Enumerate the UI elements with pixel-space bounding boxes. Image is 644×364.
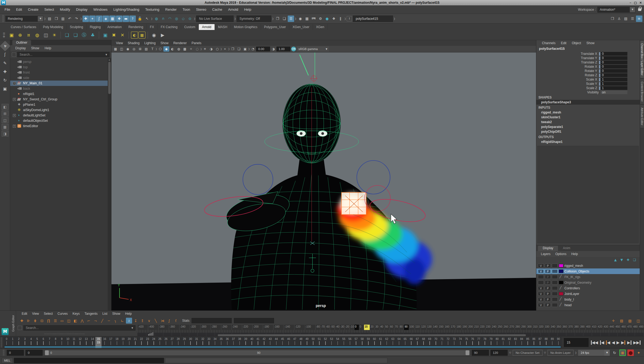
graph-menu-keys[interactable]: Keys — [70, 312, 82, 316]
output-node-nRigidShape1[interactable]: nRigidShape1 — [536, 139, 640, 144]
side-tab-channel-box-layer-editor[interactable]: Channel Box / Layer Editor — [640, 41, 644, 78]
arnold-export-standin-icon[interactable]: ❏ — [72, 31, 80, 39]
arnold-render-view-icon[interactable]: ▣ — [101, 31, 109, 39]
graph-menu-edit[interactable]: Edit — [19, 312, 30, 316]
outliner-item-persp[interactable]: persp — [10, 59, 111, 65]
outliner-menu-help[interactable]: Help — [42, 46, 54, 50]
viewport-menu-view[interactable]: View — [114, 41, 125, 45]
outliner-item-defaultLightSet[interactable]: +defaultLightSet — [10, 113, 111, 118]
step-back-key-button[interactable]: ◀ — [606, 340, 610, 345]
layer-tab-anim[interactable]: Anim — [558, 246, 575, 251]
layer-tab-display[interactable]: Display — [538, 246, 558, 251]
layer-move-down-icon[interactable]: ▼ — [620, 258, 623, 262]
graph-menu-show[interactable]: Show — [110, 312, 123, 316]
viewport-shading-icon-7[interactable]: ◌ — [194, 46, 200, 52]
selmask-deformations-icon[interactable]: ▦ — [109, 16, 116, 22]
anim-layer-selector[interactable]: No Anim Layer — [548, 350, 574, 356]
arnold-flush-cache-icon[interactable]: ✕ — [118, 31, 126, 39]
go-to-start-button[interactable]: ◀◀ — [591, 340, 598, 345]
open-render-view-icon[interactable]: ◉ — [297, 16, 304, 22]
outliner-scrollbar[interactable] — [108, 58, 111, 310]
chevron-down-icon[interactable]: ▼ — [323, 48, 327, 50]
highlight-selection-icon[interactable]: ↖ — [144, 16, 150, 22]
evaluation-mode-icon[interactable]: ✦ — [635, 350, 642, 356]
layer-menu-options[interactable]: Options — [553, 252, 569, 256]
outliner-menu-show[interactable]: Show — [29, 46, 42, 50]
graph-tool-icon-6[interactable]: ☰ — [52, 318, 58, 324]
workspace-lock-icon[interactable] — [638, 8, 641, 11]
ipr-render-icon[interactable]: IPR — [310, 16, 317, 22]
workspace-dropdown[interactable]: Animation* ▼ — [597, 7, 635, 13]
layer-color-swatch[interactable] — [559, 281, 563, 284]
layer-row-rigged_mesh[interactable]: VPrigged_mesh — [536, 263, 640, 268]
layer-display-type-toggle[interactable] — [552, 297, 558, 301]
viewport-shading-icon-5[interactable]: ▩ — [182, 46, 188, 52]
make-live-icon[interactable]: ⊙ — [187, 16, 193, 22]
graph-tool-icon-5[interactable]: ∏ — [46, 318, 52, 324]
selmask-curves-icon[interactable]: ʃ — [96, 16, 102, 22]
viewport-xray-icon-1[interactable]: ❐ — [230, 46, 236, 52]
graph-editor-tab[interactable]: Graph Editor — [10, 311, 16, 336]
selmask-hierarchy-icon[interactable]: ✚ — [83, 16, 89, 22]
outliner-item-pPlane1[interactable]: pPlane1 — [10, 102, 111, 107]
side-tab-attribute-editor[interactable]: Attribute Editor — [640, 105, 644, 128]
menu-display[interactable]: Display — [73, 5, 91, 14]
construction-history-icon[interactable]: ☰ — [288, 16, 294, 22]
rotate-tool-icon[interactable]: ↻ — [1, 77, 9, 84]
render-settings-icon[interactable]: ⚙ — [317, 16, 324, 22]
arnold-physical-sky-icon[interactable]: ☀ — [50, 31, 58, 39]
open-time-editor-icon[interactable]: ◫ — [635, 318, 641, 324]
outliner-item-top[interactable]: top — [10, 65, 111, 70]
layer-display-type-toggle[interactable] — [552, 275, 558, 279]
tool-settings-toggle-icon[interactable]: ☰ — [629, 16, 636, 22]
play-backwards-button[interactable]: ◀ — [612, 340, 615, 345]
graph-tool-icon-18[interactable]: ↧ — [133, 318, 139, 324]
graph-tool-icon-12[interactable]: ¬ — [92, 318, 99, 324]
viewport-shading-icon-4[interactable]: ◍ — [176, 46, 182, 52]
section-collapse-icon[interactable] — [345, 16, 346, 22]
layer-menu-layers[interactable]: Layers — [538, 252, 553, 256]
arnold-skydome-light-icon[interactable]: ⊕ — [16, 31, 24, 39]
outliner-item-back[interactable]: back — [10, 86, 111, 91]
viewport-menu-shading[interactable]: Shading — [125, 41, 142, 45]
redo-icon[interactable]: ↷ — [73, 16, 80, 22]
attr-value-field[interactable]: 0 — [601, 60, 627, 64]
viewport-display-icon-4[interactable]: ◎ — [131, 46, 137, 52]
shelf-tab-animation[interactable]: Animation — [104, 24, 125, 30]
graph-menu-tangents[interactable]: Tangents — [82, 312, 100, 316]
minimize-button[interactable]: – — [630, 1, 631, 5]
section-collapse-icon[interactable] — [295, 16, 296, 22]
fps-dropdown[interactable]: 24 fps ▼ — [578, 350, 610, 356]
layer-row-Controllers[interactable]: VPControllers — [536, 285, 640, 291]
inputs-to-selected-icon[interactable]: ❐ — [274, 16, 281, 22]
layer-color-swatch[interactable] — [559, 292, 563, 295]
outliner-item-side[interactable]: side — [10, 75, 111, 81]
shelf-tab-rendering[interactable]: Rendering — [125, 24, 147, 30]
layer-color-swatch[interactable] — [559, 264, 563, 267]
arnold-light-portal-icon[interactable]: ¤ — [25, 31, 33, 39]
selmask-surfaces-icon[interactable]: ◈ — [103, 16, 109, 22]
graph-search-input[interactable]: Search... ▼ — [23, 325, 136, 331]
viewport-select-icon-1[interactable]: ⌖ — [222, 46, 228, 52]
graph-tool-icon-21[interactable]: ╲ — [153, 318, 159, 324]
menu-modify[interactable]: Modify — [57, 5, 73, 14]
outliner-item-timeEditor[interactable]: +timeEditor — [10, 123, 111, 129]
graph-tool-icon-11[interactable]: ⌐ — [86, 318, 92, 324]
menu-lighting-shading[interactable]: Lighting/Shading — [110, 5, 142, 14]
menu-toon[interactable]: Toon — [179, 5, 193, 14]
layer-row-FK_IK_rigs[interactable]: PFK_IK_rigs — [536, 274, 640, 280]
scale-tool-icon[interactable]: ▣ — [1, 85, 9, 93]
left-clavicle-curve[interactable] — [243, 164, 273, 195]
time-slider[interactable]: 0123456789101112131415151617181920212223… — [3, 337, 562, 348]
animation-start-field[interactable]: 0 — [7, 350, 24, 356]
shelf-tab-curves-surfaces[interactable]: Curves / Surfaces — [8, 24, 40, 30]
step-forward-frame-button[interactable]: ▶ — [627, 340, 632, 345]
step-forward-key-button[interactable]: ▶ — [621, 340, 626, 345]
right-clavicle-curve[interactable] — [357, 161, 390, 194]
drag-handle[interactable] — [1, 337, 2, 348]
viewport-display-icon-6[interactable]: ▤ — [143, 46, 149, 52]
layer-move-up-icon[interactable]: ▲ — [614, 258, 617, 262]
layout-button-1[interactable]: ◧ — [2, 104, 9, 110]
playback-end-field[interactable]: 90 — [472, 350, 489, 356]
selmask-dynamics-icon[interactable]: ❖ — [116, 16, 122, 22]
